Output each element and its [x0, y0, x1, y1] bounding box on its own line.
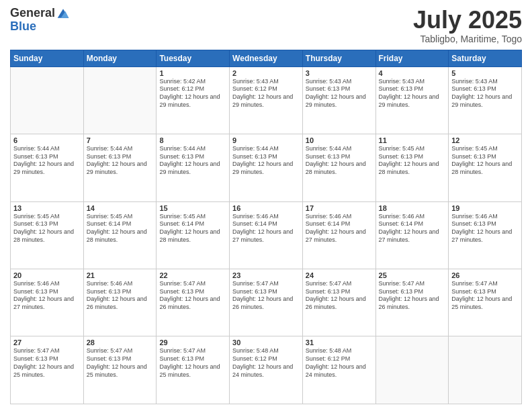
table-row: 12Sunrise: 5:45 AM Sunset: 6:13 PM Dayli…	[449, 134, 522, 201]
day-info: Sunrise: 5:45 AM Sunset: 6:14 PM Dayligh…	[159, 213, 226, 244]
day-info: Sunrise: 5:48 AM Sunset: 6:12 PM Dayligh…	[232, 347, 300, 379]
day-info: Sunrise: 5:47 AM Sunset: 6:13 PM Dayligh…	[159, 347, 226, 379]
day-number: 22	[159, 271, 226, 279]
day-number: 21	[87, 271, 154, 279]
col-sunday: Sunday	[11, 50, 84, 66]
col-thursday: Thursday	[302, 50, 375, 66]
logo-icon	[56, 7, 70, 20]
day-number: 3	[306, 69, 373, 77]
table-row: 29Sunrise: 5:47 AM Sunset: 6:13 PM Dayli…	[157, 336, 230, 404]
day-info: Sunrise: 5:47 AM Sunset: 6:13 PM Dayligh…	[451, 280, 519, 312]
day-info: Sunrise: 5:44 AM Sunset: 6:13 PM Dayligh…	[232, 145, 300, 177]
table-row: 26Sunrise: 5:47 AM Sunset: 6:13 PM Dayli…	[449, 269, 522, 336]
table-row: 14Sunrise: 5:45 AM Sunset: 6:14 PM Dayli…	[83, 201, 157, 269]
day-info: Sunrise: 5:43 AM Sunset: 6:13 PM Dayligh…	[306, 78, 373, 109]
table-row	[449, 336, 522, 404]
logo-text: General Blue	[10, 7, 70, 34]
day-number: 15	[159, 204, 226, 212]
table-row: 2Sunrise: 5:43 AM Sunset: 6:12 PM Daylig…	[230, 66, 303, 134]
table-row: 18Sunrise: 5:46 AM Sunset: 6:14 PM Dayli…	[375, 201, 449, 269]
day-number: 2	[232, 69, 300, 77]
day-number: 29	[159, 338, 226, 347]
day-number: 18	[379, 204, 446, 212]
table-row: 23Sunrise: 5:47 AM Sunset: 6:13 PM Dayli…	[230, 269, 303, 336]
day-number: 7	[87, 136, 154, 144]
table-row	[83, 66, 157, 134]
table-row: 22Sunrise: 5:47 AM Sunset: 6:13 PM Dayli…	[157, 269, 230, 336]
day-number: 25	[379, 271, 446, 279]
table-row: 3Sunrise: 5:43 AM Sunset: 6:13 PM Daylig…	[302, 66, 375, 134]
table-row: 5Sunrise: 5:43 AM Sunset: 6:13 PM Daylig…	[449, 66, 522, 134]
day-info: Sunrise: 5:43 AM Sunset: 6:13 PM Dayligh…	[379, 78, 446, 109]
table-row: 20Sunrise: 5:46 AM Sunset: 6:13 PM Dayli…	[11, 269, 84, 336]
day-info: Sunrise: 5:43 AM Sunset: 6:13 PM Dayligh…	[451, 78, 519, 109]
day-number: 10	[306, 136, 373, 144]
day-info: Sunrise: 5:46 AM Sunset: 6:14 PM Dayligh…	[232, 213, 300, 244]
month-title: July 2025	[413, 7, 522, 34]
day-info: Sunrise: 5:45 AM Sunset: 6:13 PM Dayligh…	[451, 145, 519, 177]
day-info: Sunrise: 5:44 AM Sunset: 6:13 PM Dayligh…	[13, 145, 81, 177]
day-info: Sunrise: 5:44 AM Sunset: 6:13 PM Dayligh…	[87, 145, 154, 177]
day-info: Sunrise: 5:47 AM Sunset: 6:13 PM Dayligh…	[379, 280, 446, 312]
day-number: 5	[451, 69, 519, 77]
day-info: Sunrise: 5:43 AM Sunset: 6:12 PM Dayligh…	[232, 78, 300, 109]
day-info: Sunrise: 5:47 AM Sunset: 6:13 PM Dayligh…	[159, 280, 226, 312]
table-row: 8Sunrise: 5:44 AM Sunset: 6:13 PM Daylig…	[157, 134, 230, 201]
day-number: 13	[13, 204, 81, 212]
table-row: 16Sunrise: 5:46 AM Sunset: 6:14 PM Dayli…	[230, 201, 303, 269]
col-saturday: Saturday	[449, 50, 522, 66]
day-info: Sunrise: 5:46 AM Sunset: 6:13 PM Dayligh…	[13, 280, 81, 312]
table-row: 17Sunrise: 5:46 AM Sunset: 6:14 PM Dayli…	[302, 201, 375, 269]
day-info: Sunrise: 5:45 AM Sunset: 6:13 PM Dayligh…	[379, 145, 446, 177]
day-info: Sunrise: 5:47 AM Sunset: 6:13 PM Dayligh…	[87, 347, 154, 379]
col-tuesday: Tuesday	[157, 50, 230, 66]
day-number: 4	[379, 69, 446, 77]
calendar-week-2: 13Sunrise: 5:45 AM Sunset: 6:13 PM Dayli…	[11, 201, 522, 269]
table-row	[375, 336, 449, 404]
page: General Blue July 2025 Tabligbo, Maritim…	[0, 0, 532, 411]
logo: General Blue	[10, 7, 70, 34]
day-number: 8	[159, 136, 226, 144]
day-info: Sunrise: 5:46 AM Sunset: 6:14 PM Dayligh…	[379, 213, 446, 244]
table-row: 9Sunrise: 5:44 AM Sunset: 6:13 PM Daylig…	[230, 134, 303, 201]
day-number: 23	[232, 271, 300, 279]
table-row: 31Sunrise: 5:48 AM Sunset: 6:12 PM Dayli…	[302, 336, 375, 404]
day-info: Sunrise: 5:45 AM Sunset: 6:13 PM Dayligh…	[13, 213, 81, 244]
header: General Blue July 2025 Tabligbo, Maritim…	[10, 7, 522, 44]
day-number: 30	[232, 338, 300, 347]
day-number: 11	[379, 136, 446, 144]
table-row: 21Sunrise: 5:46 AM Sunset: 6:13 PM Dayli…	[83, 269, 157, 336]
day-info: Sunrise: 5:44 AM Sunset: 6:13 PM Dayligh…	[306, 145, 373, 177]
table-row: 13Sunrise: 5:45 AM Sunset: 6:13 PM Dayli…	[11, 201, 84, 269]
table-row: 27Sunrise: 5:47 AM Sunset: 6:13 PM Dayli…	[11, 336, 84, 404]
day-info: Sunrise: 5:46 AM Sunset: 6:14 PM Dayligh…	[306, 213, 373, 244]
day-number: 17	[306, 204, 373, 212]
day-number: 31	[306, 338, 373, 347]
day-info: Sunrise: 5:47 AM Sunset: 6:13 PM Dayligh…	[13, 347, 81, 379]
day-info: Sunrise: 5:44 AM Sunset: 6:13 PM Dayligh…	[159, 145, 226, 177]
table-row: 10Sunrise: 5:44 AM Sunset: 6:13 PM Dayli…	[302, 134, 375, 201]
col-monday: Monday	[83, 50, 157, 66]
calendar-table: Sunday Monday Tuesday Wednesday Thursday…	[10, 50, 522, 404]
day-number: 12	[451, 136, 519, 144]
subtitle: Tabligbo, Maritime, Togo	[413, 34, 522, 44]
table-row: 7Sunrise: 5:44 AM Sunset: 6:13 PM Daylig…	[83, 134, 157, 201]
table-row: 24Sunrise: 5:47 AM Sunset: 6:13 PM Dayli…	[302, 269, 375, 336]
day-number: 19	[451, 204, 519, 212]
day-number: 20	[13, 271, 81, 279]
col-wednesday: Wednesday	[230, 50, 303, 66]
logo-general: General	[10, 7, 55, 20]
day-number: 16	[232, 204, 300, 212]
day-info: Sunrise: 5:47 AM Sunset: 6:13 PM Dayligh…	[232, 280, 300, 312]
day-number: 27	[13, 338, 81, 347]
day-info: Sunrise: 5:45 AM Sunset: 6:14 PM Dayligh…	[87, 213, 154, 244]
table-row: 30Sunrise: 5:48 AM Sunset: 6:12 PM Dayli…	[230, 336, 303, 404]
day-number: 6	[13, 136, 81, 144]
table-row: 25Sunrise: 5:47 AM Sunset: 6:13 PM Dayli…	[375, 269, 449, 336]
title-area: July 2025 Tabligbo, Maritime, Togo	[413, 7, 522, 44]
day-number: 28	[87, 338, 154, 347]
calendar-week-0: 1Sunrise: 5:42 AM Sunset: 6:12 PM Daylig…	[11, 66, 522, 134]
day-number: 14	[87, 204, 154, 212]
calendar-header-row: Sunday Monday Tuesday Wednesday Thursday…	[11, 50, 522, 66]
day-info: Sunrise: 5:47 AM Sunset: 6:13 PM Dayligh…	[306, 280, 373, 312]
